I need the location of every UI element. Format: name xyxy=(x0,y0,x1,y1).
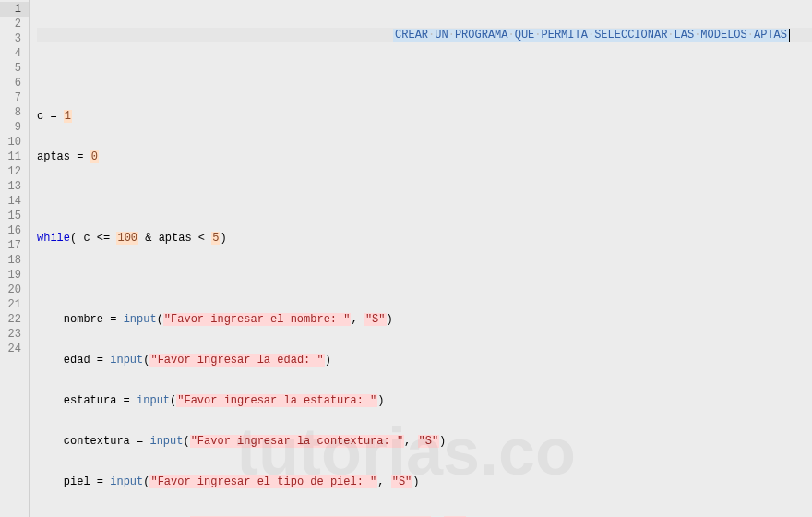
code-area[interactable]: CREAR·UN·PROGRAMA·QUE·PERMITA·SELECCIONA… xyxy=(30,0,812,517)
text: ) xyxy=(220,232,226,245)
code-line[interactable] xyxy=(37,68,812,83)
text: ( c <= xyxy=(70,232,116,245)
identifier: c xyxy=(37,110,43,123)
code-line[interactable]: while( c <= 100 & aptas < 5) xyxy=(37,231,812,246)
string: "S" xyxy=(391,475,413,488)
line-number: 6 xyxy=(4,76,21,90)
text: ) xyxy=(412,475,419,488)
op: = xyxy=(77,150,83,163)
text: piel = xyxy=(64,475,110,488)
text: ) xyxy=(325,354,331,367)
line-number: 7 xyxy=(4,90,21,105)
string: "Favor ingresar la edad: " xyxy=(149,354,324,367)
line-number: 1 xyxy=(0,2,29,17)
line-number: 16 xyxy=(4,223,21,238)
fn-input: input xyxy=(124,313,157,326)
keyword-while: while xyxy=(37,232,70,245)
text: ( xyxy=(183,435,189,448)
code-line[interactable]: edad = input("Favor ingresar la edad: ") xyxy=(37,353,812,367)
line-number: 2 xyxy=(4,17,21,31)
string: "Favor ingresar la contextura: " xyxy=(190,435,404,448)
fn-input: input xyxy=(137,394,170,407)
line-number: 22 xyxy=(4,312,21,327)
text: ) xyxy=(387,313,393,326)
fn-input: input xyxy=(149,435,183,448)
op: = xyxy=(50,110,56,123)
line-number: 5 xyxy=(4,61,21,76)
code-line[interactable]: CREAR·UN·PROGRAMA·QUE·PERMITA·SELECCIONA… xyxy=(37,28,812,42)
string: "S" xyxy=(418,435,440,448)
code-line[interactable] xyxy=(37,271,812,286)
text: , xyxy=(351,313,364,326)
code-line[interactable]: nombre = input("Favor ingresar el nombre… xyxy=(37,312,812,327)
code-line[interactable]: aptas = 0 xyxy=(37,150,812,164)
text: contextura = xyxy=(64,435,150,448)
line-number-gutter: 123456789101112131415161718192021222324 xyxy=(0,0,30,517)
text: & aptas < xyxy=(138,232,211,245)
line-number: 17 xyxy=(4,238,21,253)
number: 1 xyxy=(64,110,72,123)
text: estatura = xyxy=(64,394,137,407)
code-line[interactable]: piel = input("Favor ingresar el tipo de … xyxy=(37,475,812,489)
text: ( xyxy=(157,313,163,326)
text: nombre = xyxy=(64,313,124,326)
line-number: 13 xyxy=(4,179,21,194)
line-number: 21 xyxy=(4,297,21,312)
line-number: 14 xyxy=(4,194,21,209)
string: "Favor ingresar la estatura: " xyxy=(176,394,377,407)
text: , xyxy=(377,475,390,488)
code-line[interactable]: estatura = input("Favor ingresar la esta… xyxy=(37,393,812,408)
string: "Favor ingresar el nombre: " xyxy=(163,313,352,326)
number: 0 xyxy=(90,150,99,163)
text: edad = xyxy=(64,354,110,367)
number: 100 xyxy=(116,232,138,245)
code-line[interactable] xyxy=(37,190,812,205)
line-number: 4 xyxy=(4,46,21,61)
line-number: 19 xyxy=(4,268,21,283)
line-number: 24 xyxy=(4,342,21,356)
line-number: 23 xyxy=(4,327,21,342)
code-line[interactable]: contextura = input("Favor ingresar la co… xyxy=(37,434,812,449)
string: "Favor ingresar el tipo de piel: " xyxy=(149,475,377,488)
fn-input: input xyxy=(110,475,143,488)
title-comment[interactable]: CREAR·UN·PROGRAMA·QUE·PERMITA·SELECCIONA… xyxy=(393,29,790,42)
string: "S" xyxy=(364,313,387,326)
text: , xyxy=(404,435,417,448)
line-number: 12 xyxy=(4,164,21,179)
code-line[interactable]: c = 1 xyxy=(37,109,812,124)
line-number: 8 xyxy=(4,105,21,120)
fn-input: input xyxy=(110,354,143,367)
line-number: 10 xyxy=(4,135,21,150)
text: ) xyxy=(377,394,384,407)
text: ) xyxy=(439,435,446,448)
identifier: aptas xyxy=(37,150,70,163)
line-number: 11 xyxy=(4,150,21,164)
code-editor[interactable]: 123456789101112131415161718192021222324 … xyxy=(0,0,812,517)
line-number: 3 xyxy=(4,31,21,46)
line-number: 15 xyxy=(4,209,21,223)
line-number: 9 xyxy=(4,120,21,135)
line-number: 18 xyxy=(4,253,21,268)
line-number: 20 xyxy=(4,283,21,297)
